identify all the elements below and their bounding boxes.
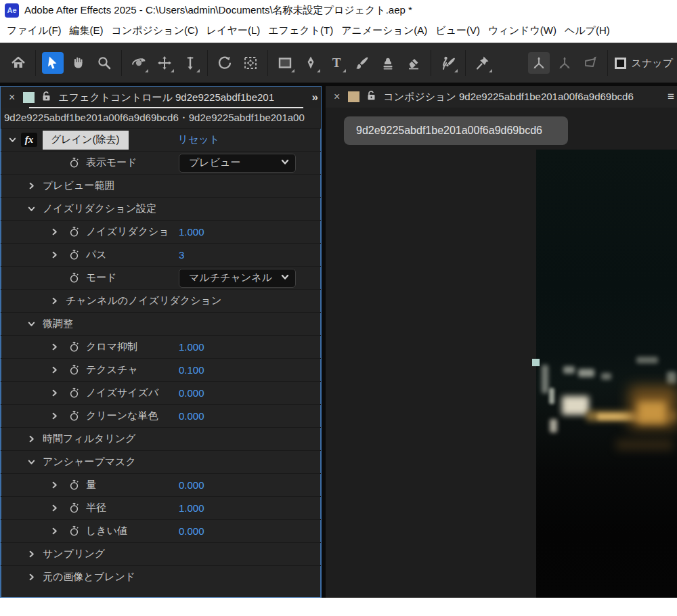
view-axis-mode-icon[interactable] xyxy=(580,52,601,74)
parameter-value[interactable]: 0.000 xyxy=(179,410,204,422)
effect-name[interactable]: グレイン(除去) xyxy=(43,131,129,150)
menu-item-5[interactable]: アニメーション(A) xyxy=(337,22,431,39)
parameter-group-row[interactable]: ノイズリダクション設定 xyxy=(1,197,321,220)
stopwatch-icon[interactable] xyxy=(67,410,81,423)
chevron-down-icon[interactable] xyxy=(6,134,18,146)
effect-controls-tabbar[interactable]: × エフェクトコントロール 9d2e9225abdf1be201 » xyxy=(1,87,321,108)
parameter-value[interactable]: 0.000 xyxy=(179,525,204,537)
eraser-tool-icon[interactable] xyxy=(403,52,424,74)
parameter-group-row[interactable]: 元の画像とブレンド xyxy=(1,565,321,588)
composition-tab-title[interactable]: コンポジション 9d2e9225abdf1be201a00f6a9d69bcd6 xyxy=(383,91,663,104)
snap-toggle[interactable]: スナップ xyxy=(615,57,673,70)
parameter-dropdown[interactable]: プレビュー xyxy=(179,154,296,173)
parameter-row[interactable]: しきい値0.000 xyxy=(1,519,321,542)
parameter-value[interactable]: 1.000 xyxy=(179,226,204,238)
parameter-row[interactable]: 量0.000 xyxy=(1,473,321,496)
parameter-value[interactable]: 1.000 xyxy=(179,502,204,514)
stopwatch-icon[interactable] xyxy=(67,248,81,262)
chevron-right-icon[interactable] xyxy=(25,180,37,192)
stopwatch-icon[interactable] xyxy=(67,364,81,377)
parameter-row[interactable]: テクスチャ0.100 xyxy=(1,358,321,381)
stopwatch-icon[interactable] xyxy=(67,387,81,400)
parameter-row[interactable]: パス3 xyxy=(1,243,321,266)
fx-badge-icon[interactable]: fx xyxy=(21,133,37,147)
parameter-row[interactable]: モードマルチチャンネル xyxy=(1,266,321,289)
parameter-group-row[interactable]: サンプリング xyxy=(1,542,321,565)
parameter-group-row[interactable]: チャンネルのノイズリダクション xyxy=(1,289,321,312)
stopwatch-icon[interactable] xyxy=(67,479,81,492)
menu-item-4[interactable]: エフェクト(T) xyxy=(264,22,337,39)
menu-item-7[interactable]: ウィンドウ(W) xyxy=(484,22,561,39)
close-icon[interactable]: × xyxy=(1,92,20,103)
selection-tool-icon[interactable] xyxy=(42,52,64,74)
menu-item-3[interactable]: レイヤー(L) xyxy=(202,22,264,39)
local-axis-mode-icon[interactable] xyxy=(528,52,550,74)
menu-item-6[interactable]: ビュー(V) xyxy=(431,22,484,39)
unlock-icon[interactable] xyxy=(41,91,51,104)
hand-tool-icon[interactable] xyxy=(68,52,89,74)
menu-item-2[interactable]: コンポジション(C) xyxy=(108,22,202,39)
panel-overflow-icon[interactable]: » xyxy=(309,91,321,104)
home-tool-icon[interactable] xyxy=(7,52,29,74)
chevron-right-icon[interactable] xyxy=(48,295,60,307)
chevron-right-icon[interactable] xyxy=(25,433,37,445)
close-icon[interactable]: × xyxy=(326,91,345,102)
parameter-group-row[interactable]: 微調整 xyxy=(1,312,321,335)
dolly-camera-tool-icon[interactable] xyxy=(179,52,201,74)
parameter-row[interactable]: クロマ抑制1.000 xyxy=(1,335,321,358)
type-tool-icon[interactable]: T xyxy=(326,52,347,74)
chevron-right-icon[interactable] xyxy=(48,226,60,238)
brush-tool-icon[interactable] xyxy=(351,52,373,74)
menu-item-0[interactable]: ファイル(F) xyxy=(3,22,66,39)
camera-roi-tool-icon[interactable] xyxy=(240,52,261,74)
chevron-right-icon[interactable] xyxy=(48,387,60,399)
pen-tool-icon[interactable] xyxy=(300,52,322,74)
chevron-right-icon[interactable] xyxy=(48,525,60,537)
parameter-value[interactable]: 3 xyxy=(179,249,184,261)
chevron-right-icon[interactable] xyxy=(25,571,37,584)
parameter-group-row[interactable]: 時間フィルタリング xyxy=(1,427,321,450)
parameter-row[interactable]: ノイズサイズバ0.000 xyxy=(1,381,321,404)
chevron-down-icon[interactable] xyxy=(25,318,37,330)
parameter-dropdown[interactable]: マルチチャンネル xyxy=(179,269,296,288)
pan-camera-tool-icon[interactable] xyxy=(154,52,175,74)
orbit-camera-tool-icon[interactable] xyxy=(128,52,150,74)
chevron-right-icon[interactable] xyxy=(48,410,60,422)
chevron-right-icon[interactable] xyxy=(48,341,60,353)
parameter-value[interactable]: 1.000 xyxy=(179,341,204,353)
rectangle-tool-icon[interactable] xyxy=(274,52,296,74)
chevron-down-icon[interactable] xyxy=(25,203,37,215)
parameter-value[interactable]: 0.000 xyxy=(179,387,204,399)
stopwatch-icon[interactable] xyxy=(67,502,81,515)
effect-header-row[interactable]: fx グレイン(除去) リセット xyxy=(1,128,321,151)
rotation-tool-icon[interactable] xyxy=(214,52,236,74)
panel-menu-icon[interactable]: ≡ xyxy=(665,90,677,104)
clone-stamp-tool-icon[interactable] xyxy=(377,52,399,74)
chevron-right-icon[interactable] xyxy=(48,364,60,376)
parameter-row[interactable]: 半径1.000 xyxy=(1,496,321,519)
parameter-row[interactable]: 表示モードプレビュー xyxy=(1,151,321,174)
snap-checkbox-icon[interactable] xyxy=(615,58,626,69)
roto-brush-tool-icon[interactable] xyxy=(437,52,459,74)
stopwatch-icon[interactable] xyxy=(67,156,81,170)
menu-item-8[interactable]: ヘルプ(H) xyxy=(561,22,614,39)
parameter-value[interactable]: 0.100 xyxy=(179,364,204,376)
menu-item-1[interactable]: 編集(E) xyxy=(66,22,108,39)
composition-tabbar[interactable]: × コンポジション 9d2e9225abdf1be201a00f6a9d69bc… xyxy=(326,86,677,108)
parameter-group-row[interactable]: アンシャープマスク xyxy=(1,450,321,473)
puppet-pin-tool-icon[interactable] xyxy=(472,52,494,74)
layer-handle[interactable] xyxy=(532,359,540,366)
stopwatch-icon[interactable] xyxy=(67,525,81,538)
stopwatch-icon[interactable] xyxy=(67,271,81,285)
chevron-right-icon[interactable] xyxy=(25,548,37,560)
parameter-group-row[interactable]: プレビュー範囲 xyxy=(1,174,321,197)
effect-controls-tab-title[interactable]: エフェクトコントロール 9d2e9225abdf1be201 xyxy=(58,91,309,104)
reset-effect-link[interactable]: リセット xyxy=(178,133,219,146)
composition-nav-tab[interactable]: 9d2e9225abdf1be201a00f6a9d69bcd6 xyxy=(344,116,568,145)
parameter-row[interactable]: ノイズリダクショ1.000 xyxy=(1,220,321,243)
stopwatch-icon[interactable] xyxy=(67,340,81,354)
parameter-value[interactable]: 0.000 xyxy=(179,479,204,491)
chevron-right-icon[interactable] xyxy=(48,479,60,491)
zoom-tool-icon[interactable] xyxy=(93,52,115,74)
unlock-icon[interactable] xyxy=(366,90,376,104)
